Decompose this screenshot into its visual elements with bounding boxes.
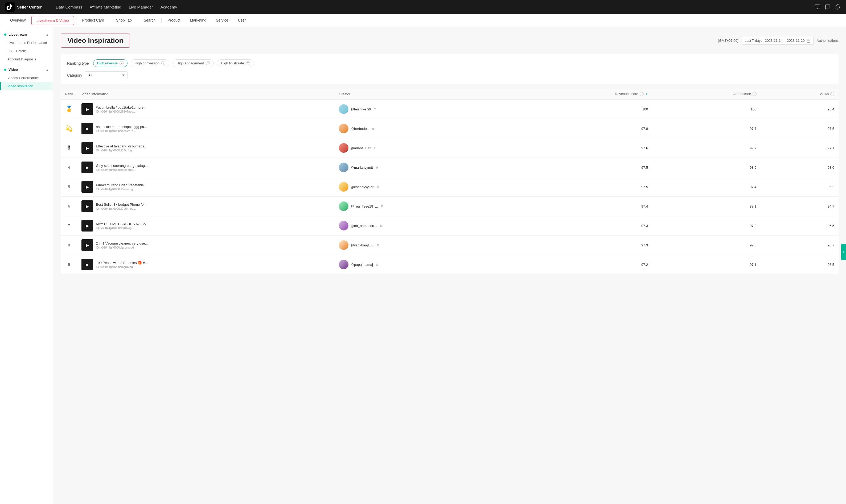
copy-creator-icon[interactable]: ⊞ (374, 108, 376, 111)
copy-creator-icon[interactable]: ⊞ (376, 166, 378, 169)
video-thumbnail[interactable]: ▶ (82, 142, 93, 154)
order-score-cell: 97.2 (652, 216, 760, 235)
video-info-cell: ▶ 199 Pesos with 3 Freebies 🎁 #... ID: v… (77, 255, 334, 274)
creator-cell: @ariahs_012 ⊞ (335, 138, 512, 158)
table-header-row: Rank Video Information Creator Revenue s… (61, 89, 839, 100)
video-info-cell: ▶ naka sale na freeshippinggg pa... ID: … (77, 119, 334, 138)
creator-avatar (339, 182, 349, 192)
video-thumbnail[interactable]: ▶ (82, 259, 93, 270)
col-rank: Rank (61, 89, 77, 100)
sidebar-item-videos-performance[interactable]: Videos Performance (0, 74, 53, 82)
copy-creator-icon[interactable]: ⊞ (374, 146, 376, 150)
sidebar-item-account-diagnosis[interactable]: Account Diagnosis (0, 55, 53, 63)
chat-icon[interactable] (825, 4, 831, 10)
high-engagement-info-icon[interactable]: ? (206, 61, 210, 65)
rank-btn-high-engagement[interactable]: High engagement ? (173, 59, 214, 67)
rank-cell: 9 (61, 255, 77, 274)
nav-data-compass[interactable]: Data Compass (56, 5, 82, 9)
subnav-user[interactable]: User (233, 14, 251, 27)
high-finish-rate-info-icon[interactable]: ? (246, 61, 250, 65)
views-cell: 96.5 (761, 216, 839, 235)
table-row: 9 ▶ 199 Pesos with 3 Freebies 🎁 #... ID:… (61, 255, 839, 274)
high-revenue-info-icon[interactable]: ? (120, 61, 124, 65)
subnav-overview[interactable]: Overview (5, 14, 30, 27)
bell-icon[interactable] (835, 4, 841, 10)
creator-name: @ariahs_012 (351, 146, 371, 150)
livestream-chevron: ▲ (46, 33, 49, 36)
table-row: 🥇 ▶ #uvumbrella #buy1take1umbre... ID: v… (61, 100, 839, 119)
order-score-cell: 97.1 (652, 255, 760, 274)
revenue-score-info-icon[interactable]: ? (640, 92, 644, 96)
play-icon: ▶ (86, 165, 89, 170)
copy-creator-icon[interactable]: ⊞ (376, 185, 379, 189)
side-handle[interactable]: › (841, 244, 846, 260)
high-conversion-info-icon[interactable]: ? (161, 61, 165, 65)
main-content: Video Inspiration (GMT+07:00) Last 7 day… (53, 27, 846, 504)
copy-creator-icon[interactable]: ⊞ (376, 244, 379, 247)
order-score-cell: 99.7 (652, 138, 760, 158)
video-thumbnail[interactable]: ▶ (82, 123, 93, 134)
copy-creator-icon[interactable]: ⊞ (381, 205, 383, 208)
table-row: 6 ▶ Best Seller 3k budget Phone fo... ID… (61, 197, 839, 216)
creator-name: @herbudols (351, 127, 369, 131)
monitor-icon[interactable] (815, 4, 821, 10)
calendar-icon[interactable] (806, 39, 811, 43)
sidebar-section-video[interactable]: Video ▲ (0, 66, 53, 74)
table-container: Rank Video Information Creator Revenue s… (61, 89, 839, 274)
views-cell: 98.6 (761, 158, 839, 177)
video-id: ID: v09044g40000cl83v7nog... (96, 110, 330, 113)
copy-creator-icon[interactable]: ⊞ (376, 263, 378, 266)
video-thumbnail[interactable]: ▶ (82, 200, 93, 212)
sidebar-section-livestream[interactable]: Livestream ▲ (0, 30, 53, 39)
video-info-cell: ▶ MAY DIGITAL EARBUDS NA BA ... ID: v090… (77, 216, 334, 235)
views-info-icon[interactable]: ? (830, 92, 834, 96)
seller-center-label: Seller Center (17, 5, 42, 9)
ranking-section: Ranking type High revenue ? High convers… (61, 54, 839, 84)
sidebar-item-livestreams-performance[interactable]: Livestreams Performance (0, 39, 53, 47)
subnav-service[interactable]: Service (211, 14, 233, 27)
order-score-cell: 100 (652, 100, 760, 119)
revenue-score-cell: 97.2 (512, 255, 652, 274)
video-thumbnail[interactable]: ▶ (82, 103, 93, 115)
order-score-info-icon[interactable]: ? (753, 92, 757, 96)
ranking-type-row: Ranking type High revenue ? High convers… (67, 59, 832, 67)
video-thumbnail[interactable]: ▶ (82, 239, 93, 251)
ranking-label: Ranking type (67, 61, 89, 66)
subnav-marketing[interactable]: Marketing (185, 14, 211, 27)
subnav-sep-1 (76, 18, 76, 23)
creator-cell: @no_namesorr... ⊞ (335, 216, 512, 235)
rank-btn-high-finish-rate[interactable]: High finish rate ? (217, 59, 254, 67)
subnav-product[interactable]: Product (163, 14, 185, 27)
views-cell: 97.1 (761, 138, 839, 158)
video-id: ID: v09044g40000clarcvvog6... (96, 246, 330, 249)
subnav-livestream-video[interactable]: Livestream & Video (31, 16, 74, 25)
nav-academy[interactable]: Academy (160, 5, 177, 9)
play-icon: ▶ (86, 262, 89, 267)
revenue-score-cell: 97.3 (512, 216, 652, 235)
col-creator: Creator (335, 89, 512, 100)
nav-live-manager[interactable]: Live Manager (129, 5, 153, 9)
copy-creator-icon[interactable]: ⊞ (372, 127, 374, 130)
nav-affiliate-marketing[interactable]: Affiliate Marketing (90, 5, 121, 9)
date-range-picker[interactable]: Last 7 days: 2023-11-14 - 2023-11-20 (742, 37, 813, 45)
category-label: Category (67, 73, 82, 77)
video-thumbnail[interactable]: ▶ (82, 162, 93, 173)
subnav-search[interactable]: Search (139, 14, 160, 27)
sidebar-item-live-details[interactable]: LIVE Details (0, 47, 53, 55)
page-title: Video Inspiration (67, 36, 123, 45)
copy-creator-icon[interactable]: ⊞ (380, 224, 383, 228)
subnav-shop-tab[interactable]: Shop Tab (111, 14, 137, 27)
sidebar-item-video-inspiration[interactable]: Video Inspiration (0, 82, 53, 90)
rank-btn-high-revenue[interactable]: High revenue ? (93, 59, 127, 67)
video-id: ID: v09044g40000cl94ftvog... (96, 227, 330, 230)
creator-cell: @papajmamaj ⊞ (335, 255, 512, 274)
video-thumbnail[interactable]: ▶ (82, 220, 93, 232)
video-thumbnail[interactable]: ▶ (82, 181, 93, 193)
col-views: Views ? (761, 89, 839, 100)
authorizations-link[interactable]: Authorizations (817, 39, 839, 42)
creator-cell: @_eu_fieee18_... ⊞ (335, 197, 512, 216)
rank-btn-high-conversion[interactable]: High conversion ? (131, 59, 169, 67)
revenue-score-sort[interactable]: ▼ (645, 93, 648, 95)
category-select[interactable]: All (85, 71, 127, 79)
subnav-product-card[interactable]: Product Card (77, 14, 109, 27)
